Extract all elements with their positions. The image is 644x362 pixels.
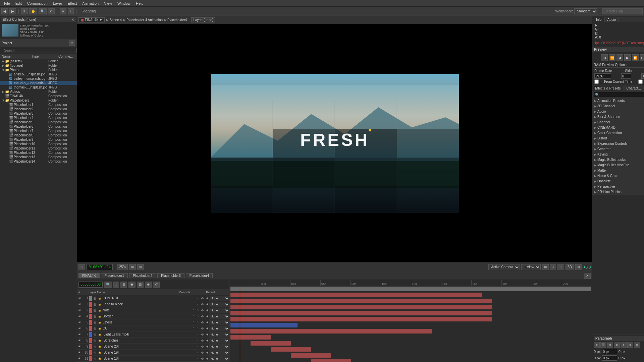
layer-row[interactable]: 👁3◎🔒Note/fx◐◈None▼ xyxy=(77,307,229,313)
layer-switch-btn[interactable]: ◐ xyxy=(200,302,205,306)
para-align-left[interactable]: ≡ xyxy=(594,342,600,348)
layer-row[interactable]: 👁7◎🔒[Light Leaks.mp4]/◐◈None▼ xyxy=(77,331,229,338)
tree-item[interactable]: 🖼claudio_-unsplash.jpgJPEG xyxy=(0,81,77,85)
tl-tab-ph4[interactable]: Placeholder4 xyxy=(186,273,213,278)
effects-search-input[interactable] xyxy=(594,92,644,97)
tree-arrow-icon[interactable]: ▶ xyxy=(2,64,5,67)
menu-view[interactable]: View xyxy=(101,1,115,5)
layer-switch-btn[interactable]: ◈ xyxy=(205,344,209,349)
tl-tab-ph1[interactable]: Placeholder1 xyxy=(101,273,128,278)
layer-lock-btn[interactable]: 🔒 xyxy=(97,332,102,337)
effect-cat-header[interactable]: ▶PR:isinc Plucins xyxy=(592,189,644,194)
vc-btn-grid[interactable]: ⊞ xyxy=(542,264,549,270)
tree-arrow-icon[interactable]: ▼ xyxy=(2,68,5,72)
layer-row[interactable]: 👁2◎🔒Fade to black/◐◈None▼ xyxy=(77,301,229,307)
menu-file[interactable]: File xyxy=(1,1,13,5)
tl-btn-2[interactable]: ⊞ xyxy=(120,282,127,288)
layer-row[interactable]: 👁10◎🔒[Scene 19]/◐◈None▼ xyxy=(77,350,229,356)
layer-lock-btn[interactable]: 🔒 xyxy=(97,314,102,319)
toolbar-tool-pen[interactable]: ✏ xyxy=(60,8,66,14)
layer-dropdown[interactable]: Layer: (none) xyxy=(191,17,215,22)
menu-help[interactable]: Help xyxy=(133,1,146,5)
prev-btn-play[interactable]: ▶ xyxy=(624,54,631,61)
effect-cat-header[interactable]: ▶Obsolete xyxy=(592,179,644,184)
toolbar-tool-rotate[interactable]: ↺ xyxy=(48,8,55,14)
from-current-checkbox[interactable] xyxy=(594,79,599,84)
layer-switch-btn[interactable]: / xyxy=(191,314,195,318)
tree-arrow-icon[interactable]: ▶ xyxy=(2,59,5,63)
layer-solo-btn[interactable]: ◎ xyxy=(93,338,97,343)
layer-vis-btn[interactable]: 👁 xyxy=(77,350,82,355)
effect-cat-header[interactable]: ▶Generate xyxy=(592,146,644,152)
effect-cat-header[interactable]: ▶CINEMA 4D xyxy=(592,125,644,130)
layer-parent-select[interactable]: None▼ xyxy=(209,302,229,307)
layer-solo-btn[interactable]: ◎ xyxy=(93,314,97,319)
toolbar-tool-zoom[interactable]: 🔍 xyxy=(39,8,47,14)
vc-btn-3d[interactable]: 3D xyxy=(566,264,574,270)
effect-cat-header[interactable]: ▶Perspective xyxy=(592,184,644,189)
tree-item[interactable]: 🎬Placeholder5Composition xyxy=(0,120,77,124)
tree-item[interactable]: 🎬Placeholder14Composition xyxy=(0,159,77,164)
layer-parent-select[interactable]: None▼ xyxy=(209,350,229,355)
layer-switch-btn[interactable]: ◐ xyxy=(200,326,205,330)
preview-panel-header[interactable]: Preview ✕ xyxy=(592,47,644,52)
layer-lock-btn[interactable]: 🔒 xyxy=(97,320,102,325)
layer-parent-select[interactable]: None▼ xyxy=(209,356,229,361)
tree-item[interactable]: 🎬Placeholder2Composition xyxy=(0,107,77,111)
tree-item[interactable]: 🖼thomas-...unsplash.jpgJPEG xyxy=(0,85,77,89)
skip-input[interactable] xyxy=(621,73,631,79)
layer-parent-select[interactable]: None▼ xyxy=(209,332,229,337)
layer-lock-btn[interactable]: 🔒 xyxy=(97,350,102,355)
tl-btn-3[interactable]: ◉ xyxy=(128,282,136,288)
layer-vis-btn[interactable]: 👁 xyxy=(77,338,82,343)
layer-lock-btn[interactable]: 🔒 xyxy=(97,344,102,349)
full-res-checkbox[interactable] xyxy=(638,79,643,84)
menu-layer[interactable]: Layer xyxy=(50,1,65,5)
view-select[interactable]: 1 View xyxy=(521,264,541,270)
layer-row[interactable]: 👁1◎🔒CONTROL/◐◈None▼ xyxy=(77,295,229,301)
tree-item[interactable]: 🎬Placeholder12Composition xyxy=(0,150,77,155)
layer-switch-btn[interactable]: ◐ xyxy=(200,344,205,349)
prev-btn-play-back[interactable]: ◀ xyxy=(616,54,623,61)
tl-tab-final4k[interactable]: FINAL4K xyxy=(78,273,100,278)
layer-parent-select[interactable]: None▼ xyxy=(209,338,229,343)
layer-vis-btn[interactable]: 👁 xyxy=(77,320,82,325)
layer-parent-select[interactable]: None▼ xyxy=(209,326,229,331)
effect-cat-header[interactable]: ▶Distort xyxy=(592,136,644,141)
vc-zoom-btn[interactable]: 25% xyxy=(117,264,128,270)
layer-switch-btn[interactable]: / xyxy=(191,308,195,312)
layer-parent-select[interactable]: None▼ xyxy=(209,296,229,301)
comp-dropdown-icon[interactable]: ▼ xyxy=(99,18,103,22)
prev-btn-back[interactable]: ⏪ xyxy=(609,54,615,61)
layer-switch-btn[interactable]: ◈ xyxy=(205,320,209,324)
layer-lock-btn[interactable]: 🔒 xyxy=(97,356,102,361)
layer-row[interactable]: 👁11◎🔒[Scene 18]/◐◈None▼ xyxy=(77,356,229,362)
effect-cat-header[interactable]: ▶Color Correction xyxy=(592,130,644,135)
tree-item[interactable]: ▶📁VideosFolder xyxy=(0,89,77,94)
layer-solo-btn[interactable]: ◎ xyxy=(93,296,97,301)
layer-parent-select[interactable]: None▼ xyxy=(209,314,229,319)
playhead[interactable] xyxy=(240,286,240,362)
tl-tab-ph2[interactable]: Placeholder2 xyxy=(129,273,156,278)
layer-vis-btn[interactable]: 👁 xyxy=(77,314,82,319)
effect-cat-header[interactable]: ▶Keying xyxy=(592,152,644,157)
toolbar-btn-2[interactable]: ▶ xyxy=(9,8,16,14)
search-help-input[interactable] xyxy=(602,8,643,14)
info-tab-audio[interactable]: Audio xyxy=(605,17,619,22)
layer-switch-btn[interactable]: ◐ xyxy=(200,308,205,312)
menu-composition[interactable]: Composition xyxy=(24,1,50,5)
tree-item[interactable]: ▼📁PhotosFolder xyxy=(0,68,77,72)
layer-lock-btn[interactable]: 🔒 xyxy=(97,338,102,343)
effects-tab-effects[interactable]: Effects & Presets xyxy=(592,86,624,91)
tl-btn-6[interactable]: ↺ xyxy=(153,282,160,288)
layer-solo-btn[interactable]: ◎ xyxy=(93,326,97,331)
effect-cat-header[interactable]: ▶Blur & Sharpen xyxy=(592,114,644,119)
tree-item[interactable]: 🎬Placeholder10Composition xyxy=(0,142,77,146)
para-align-right[interactable]: ≡ xyxy=(607,342,613,348)
workspace-select[interactable]: Standard xyxy=(574,8,597,14)
layer-row[interactable]: 👁8◎🔒[Scratches]/◐◈None▼ xyxy=(77,338,229,344)
layer-parent-select[interactable]: None▼ xyxy=(209,344,229,349)
effect-cat-header[interactable]: ▶Channel xyxy=(592,120,644,125)
layer-vis-btn[interactable]: 👁 xyxy=(77,326,82,331)
layer-switch-btn[interactable]: ◈ xyxy=(205,332,209,337)
